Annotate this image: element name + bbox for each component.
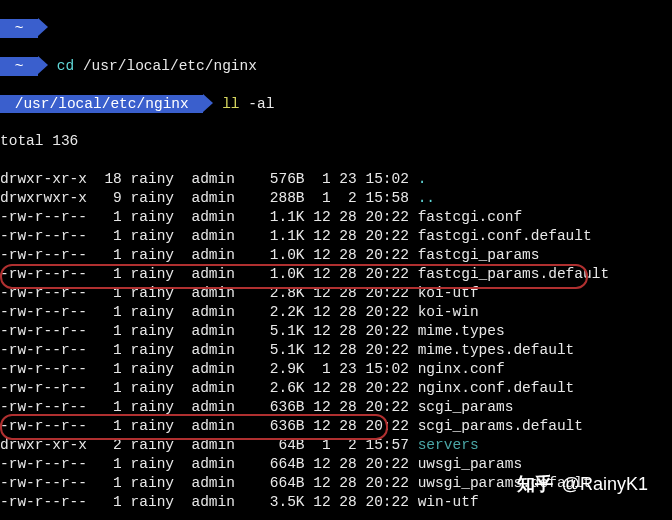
prompt-path: /usr/local/etc/nginx bbox=[0, 95, 203, 114]
file-row: -rw-r--r-- 1 rainy admin 1.0K 12 28 20:2… bbox=[0, 246, 672, 265]
file-meta: -rw-r--r-- 1 rainy admin 1.1K 12 28 20:2… bbox=[0, 209, 418, 225]
file-name: win-utf bbox=[418, 494, 479, 510]
file-row: -rw-r--r-- 1 rainy admin 2.6K 12 28 20:2… bbox=[0, 379, 672, 398]
file-name: fastcgi.conf bbox=[418, 209, 522, 225]
file-row: -rw-r--r-- 1 rainy admin 1.0K 12 28 20:2… bbox=[0, 265, 672, 284]
command-cd: cd bbox=[57, 58, 74, 74]
file-row: -rw-r--r-- 1 rainy admin 5.1K 12 28 20:2… bbox=[0, 322, 672, 341]
file-name: koi-win bbox=[418, 304, 479, 320]
file-meta: -rw-r--r-- 1 rainy admin 636B 12 28 20:2… bbox=[0, 418, 418, 434]
file-meta: -rw-r--r-- 1 rainy admin 2.9K 1 23 15:02 bbox=[0, 361, 418, 377]
file-name: nginx.conf bbox=[418, 361, 505, 377]
file-meta: -rw-r--r-- 1 rainy admin 1.0K 12 28 20:2… bbox=[0, 247, 418, 263]
prompt-arrow-icon bbox=[203, 94, 213, 112]
prompt-arrow-icon bbox=[38, 18, 48, 36]
file-name: scgi_params.default bbox=[418, 418, 583, 434]
file-row: drwxr-xr-x 18 rainy admin 576B 1 23 15:0… bbox=[0, 170, 672, 189]
file-name: uwsgi_params bbox=[418, 456, 522, 472]
file-meta: -rw-r--r-- 1 rainy admin 2.2K 12 28 20:2… bbox=[0, 304, 418, 320]
command-arg: -al bbox=[248, 96, 274, 112]
file-meta: -rw-r--r-- 1 rainy admin 636B 12 28 20:2… bbox=[0, 399, 418, 415]
file-meta: drwxr-xr-x 18 rainy admin 576B 1 23 15:0… bbox=[0, 171, 418, 187]
file-row: -rw-r--r-- 1 rainy admin 5.1K 12 28 20:2… bbox=[0, 341, 672, 360]
file-row: drwxrwxr-x 9 rainy admin 288B 1 2 15:58 … bbox=[0, 189, 672, 208]
watermark: 知乎 @RainyK1 bbox=[517, 472, 648, 496]
file-meta: drwxrwxr-x 9 rainy admin 288B 1 2 15:58 bbox=[0, 190, 418, 206]
prompt-arrow-icon bbox=[38, 56, 48, 74]
total-line: total 136 bbox=[0, 132, 672, 151]
command-ll: ll bbox=[222, 96, 239, 112]
prompt-path: ~ bbox=[0, 57, 38, 76]
file-name: servers bbox=[418, 437, 479, 453]
file-meta: -rw-r--r-- 1 rainy admin 1.1K 12 28 20:2… bbox=[0, 228, 418, 244]
file-meta: -rw-r--r-- 1 rainy admin 664B 12 28 20:2… bbox=[0, 456, 418, 472]
file-name: nginx.conf.default bbox=[418, 380, 575, 396]
file-meta: drwxr-xr-x 2 rainy admin 64B 1 2 15:57 bbox=[0, 437, 418, 453]
file-row: -rw-r--r-- 1 rainy admin 636B 12 28 20:2… bbox=[0, 398, 672, 417]
file-name: .. bbox=[418, 190, 435, 206]
file-row: drwxr-xr-x 2 rainy admin 64B 1 2 15:57 s… bbox=[0, 436, 672, 455]
file-meta: -rw-r--r-- 1 rainy admin 664B 12 28 20:2… bbox=[0, 475, 418, 491]
file-listing: drwxr-xr-x 18 rainy admin 576B 1 23 15:0… bbox=[0, 170, 672, 512]
prompt-path: ~ bbox=[0, 19, 38, 38]
watermark-handle: @RainyK1 bbox=[562, 474, 648, 494]
file-name: . bbox=[418, 171, 427, 187]
file-name: fastcgi_params.default bbox=[418, 266, 609, 282]
file-meta: -rw-r--r-- 1 rainy admin 1.0K 12 28 20:2… bbox=[0, 266, 418, 282]
file-name: scgi_params bbox=[418, 399, 514, 415]
file-row: -rw-r--r-- 1 rainy admin 3.5K 12 28 20:2… bbox=[0, 493, 672, 512]
file-row: -rw-r--r-- 1 rainy admin 1.1K 12 28 20:2… bbox=[0, 227, 672, 246]
file-meta: -rw-r--r-- 1 rainy admin 2.6K 12 28 20:2… bbox=[0, 380, 418, 396]
terminal-output[interactable]: ~ ~ cd /usr/local/etc/nginx /usr/local/e… bbox=[0, 0, 672, 520]
file-row: -rw-r--r-- 1 rainy admin 636B 12 28 20:2… bbox=[0, 417, 672, 436]
file-name: fastcgi_params bbox=[418, 247, 540, 263]
file-row: -rw-r--r-- 1 rainy admin 2.9K 1 23 15:02… bbox=[0, 360, 672, 379]
file-row: -rw-r--r-- 1 rainy admin 2.2K 12 28 20:2… bbox=[0, 303, 672, 322]
file-name: fastcgi.conf.default bbox=[418, 228, 592, 244]
file-meta: -rw-r--r-- 1 rainy admin 2.8K 12 28 20:2… bbox=[0, 285, 418, 301]
file-row: -rw-r--r-- 1 rainy admin 1.1K 12 28 20:2… bbox=[0, 208, 672, 227]
file-meta: -rw-r--r-- 1 rainy admin 3.5K 12 28 20:2… bbox=[0, 494, 418, 510]
file-name: mime.types bbox=[418, 323, 505, 339]
zhihu-icon: 知乎 bbox=[517, 472, 553, 496]
file-name: koi-utf bbox=[418, 285, 479, 301]
file-meta: -rw-r--r-- 1 rainy admin 5.1K 12 28 20:2… bbox=[0, 323, 418, 339]
file-meta: -rw-r--r-- 1 rainy admin 5.1K 12 28 20:2… bbox=[0, 342, 418, 358]
file-name: mime.types.default bbox=[418, 342, 575, 358]
file-row: -rw-r--r-- 1 rainy admin 2.8K 12 28 20:2… bbox=[0, 284, 672, 303]
command-arg: /usr/local/etc/nginx bbox=[83, 58, 257, 74]
